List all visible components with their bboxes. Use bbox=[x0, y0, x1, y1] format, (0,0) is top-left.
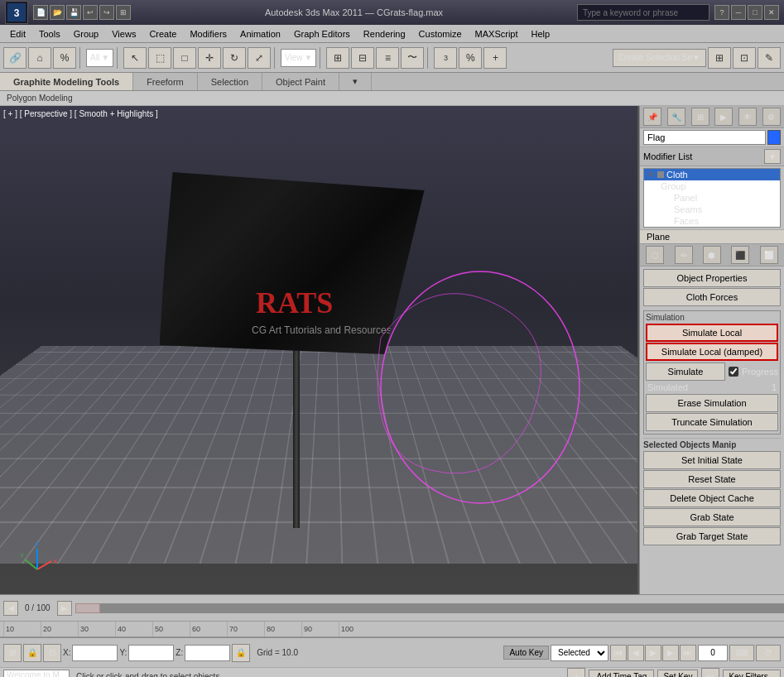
tab-selection[interactable]: Selection bbox=[198, 73, 262, 90]
play-btn[interactable]: ▶ bbox=[645, 645, 661, 661]
utilities-icon-btn[interactable]: ⚙ bbox=[762, 108, 781, 126]
tab-extra[interactable]: ▾ bbox=[339, 73, 372, 90]
wave-icon-btn[interactable]: 〜 bbox=[701, 668, 719, 678]
scale-tool[interactable]: ⤢ bbox=[248, 47, 271, 69]
create-selection-button[interactable]: Create Selection Se ▼ bbox=[613, 49, 706, 67]
pin-icon-btn[interactable]: 📌 bbox=[643, 108, 661, 126]
snap-toggle[interactable]: 🔗 bbox=[3, 47, 26, 69]
simulate-button[interactable]: Simulate bbox=[646, 363, 725, 381]
open-btn[interactable]: 📂 bbox=[50, 5, 65, 20]
set-key-button[interactable]: Set Key bbox=[657, 670, 698, 678]
go-start-btn[interactable]: ⏮ bbox=[610, 645, 627, 661]
display-icon-btn[interactable]: 👁 bbox=[738, 108, 757, 126]
new-btn[interactable]: 📄 bbox=[33, 5, 48, 20]
timeline-track[interactable] bbox=[75, 603, 784, 613]
add-tag-icon-btn[interactable]: + bbox=[567, 668, 585, 678]
tab-graphite-modeling[interactable]: Graphite Modeling Tools bbox=[0, 73, 133, 90]
truncate-simulation-button[interactable]: Truncate Simulation bbox=[646, 413, 778, 431]
percent-btn[interactable]: % bbox=[459, 47, 482, 69]
next-frame-btn[interactable]: ▶ bbox=[662, 645, 679, 661]
time-config-btn[interactable]: ⏱ bbox=[756, 645, 781, 661]
set-initial-state-button[interactable]: Set Initial State bbox=[643, 451, 781, 469]
motion-icon-btn[interactable]: ▶ bbox=[714, 108, 733, 126]
reset-state-button[interactable]: Reset State bbox=[643, 470, 781, 488]
border-icon-btn[interactable]: ⬢ bbox=[703, 246, 721, 264]
grab-state-button[interactable]: Grab State bbox=[643, 508, 781, 526]
auto-key-button[interactable]: Auto Key bbox=[503, 646, 549, 660]
search-input[interactable] bbox=[577, 4, 709, 21]
minimize-btn[interactable]: ─ bbox=[731, 5, 746, 20]
edge-icon-btn[interactable]: ✏ bbox=[675, 246, 693, 264]
menu-modifiers[interactable]: Modifiers bbox=[183, 25, 233, 43]
tree-item-group[interactable]: Group bbox=[644, 180, 780, 192]
extra-tool1[interactable]: ⊞ bbox=[708, 47, 731, 69]
view-dropdown[interactable]: View ▼ bbox=[281, 49, 316, 67]
key-mode-btn[interactable]: ⌨ bbox=[729, 645, 754, 661]
timeline-prev-btn[interactable]: ◀ bbox=[3, 601, 18, 616]
num-btn[interactable]: 3 bbox=[434, 47, 457, 69]
select-tool[interactable]: ↖ bbox=[123, 47, 147, 69]
viewport[interactable]: [ + ] [ Perspective ] [ Smooth + Highlig… bbox=[0, 106, 639, 594]
vertex-icon-btn[interactable]: ⬡ bbox=[646, 246, 664, 264]
plane-item[interactable]: Plane bbox=[640, 229, 784, 243]
snap-icon-btn[interactable]: ⊞ bbox=[3, 644, 22, 662]
menu-graph-editors[interactable]: Graph Editors bbox=[287, 25, 357, 43]
rotate-tool[interactable]: ↻ bbox=[223, 47, 246, 69]
z-input[interactable] bbox=[185, 645, 230, 661]
angle-snap[interactable]: ⌂ bbox=[28, 47, 51, 69]
all-dropdown[interactable]: All ▼ bbox=[86, 49, 113, 67]
menu-help[interactable]: Help bbox=[525, 25, 557, 43]
add-time-tag-button[interactable]: Add Time Tag bbox=[589, 670, 654, 678]
object-name-input[interactable] bbox=[643, 130, 766, 145]
delete-object-cache-button[interactable]: Delete Object Cache bbox=[643, 489, 781, 507]
grab-target-state-button[interactable]: Grab Target State bbox=[643, 527, 781, 545]
menu-create[interactable]: Create bbox=[142, 25, 183, 43]
select-rect[interactable]: □ bbox=[173, 47, 196, 69]
percent-snap[interactable]: % bbox=[53, 47, 76, 69]
menu-animation[interactable]: Animation bbox=[233, 25, 287, 43]
align-tool[interactable]: ⊟ bbox=[351, 47, 374, 69]
menu-tools[interactable]: Tools bbox=[32, 25, 67, 43]
grid-icon-btn[interactable]: ⊡ bbox=[43, 644, 61, 662]
cloth-forces-button[interactable]: Cloth Forces bbox=[643, 288, 781, 306]
help-btn[interactable]: ? bbox=[714, 5, 729, 20]
mirror-tool[interactable]: ⊞ bbox=[326, 47, 349, 69]
object-color-swatch[interactable] bbox=[767, 130, 781, 145]
menu-maxscript[interactable]: MAXScript bbox=[469, 25, 525, 43]
key-filters-button[interactable]: Key Filters... bbox=[723, 670, 781, 678]
close-btn[interactable]: ✕ bbox=[764, 5, 779, 20]
frame-input[interactable]: 0 bbox=[698, 645, 728, 661]
tab-object-paint[interactable]: Object Paint bbox=[262, 73, 339, 90]
extra-tool3[interactable]: ✎ bbox=[758, 47, 781, 69]
erase-simulation-button[interactable]: Erase Simulation bbox=[646, 394, 778, 412]
simulate-local-button[interactable]: Simulate Local bbox=[646, 324, 778, 342]
tree-item-seams[interactable]: Seams bbox=[644, 204, 780, 215]
tree-item-panel[interactable]: Panel bbox=[644, 192, 780, 204]
menu-group[interactable]: Group bbox=[67, 25, 106, 43]
selected-dropdown[interactable]: Selected bbox=[551, 645, 608, 661]
redo-btn[interactable]: ↪ bbox=[99, 5, 114, 20]
extra-btn[interactable]: ⊞ bbox=[116, 5, 131, 20]
curve-tool[interactable]: 〜 bbox=[401, 47, 424, 69]
y-input[interactable] bbox=[128, 645, 174, 661]
hierarchy-icon-btn[interactable]: ⊞ bbox=[691, 108, 709, 126]
progress-checkbox[interactable] bbox=[729, 367, 738, 377]
lock-toggle-btn[interactable]: 🔒 bbox=[232, 644, 250, 662]
viewport-canvas[interactable]: RATS CG Art Tutorials and Resources Z X … bbox=[0, 106, 637, 594]
select-region[interactable]: ⬚ bbox=[148, 47, 171, 69]
simulate-local-damped-button[interactable]: Simulate Local (damped) bbox=[646, 343, 778, 361]
menu-views[interactable]: Views bbox=[105, 25, 142, 43]
maximize-btn[interactable]: □ bbox=[748, 5, 762, 20]
extra-tool2[interactable]: ⊡ bbox=[733, 47, 756, 69]
add-btn[interactable]: + bbox=[483, 47, 507, 69]
modifier-dropdown-button[interactable]: ▼ bbox=[764, 149, 781, 164]
undo-btn[interactable]: ↩ bbox=[83, 5, 98, 20]
x-input[interactable] bbox=[72, 645, 118, 661]
menu-customize[interactable]: Customize bbox=[412, 25, 469, 43]
save-btn[interactable]: 💾 bbox=[66, 5, 81, 20]
poly-icon-btn[interactable]: ⬛ bbox=[731, 246, 749, 264]
layer-tool[interactable]: ≡ bbox=[376, 47, 399, 69]
menu-rendering[interactable]: Rendering bbox=[357, 25, 412, 43]
lock-icon-btn[interactable]: 🔒 bbox=[23, 644, 41, 662]
timeline-next-btn[interactable]: ▶ bbox=[57, 601, 72, 616]
